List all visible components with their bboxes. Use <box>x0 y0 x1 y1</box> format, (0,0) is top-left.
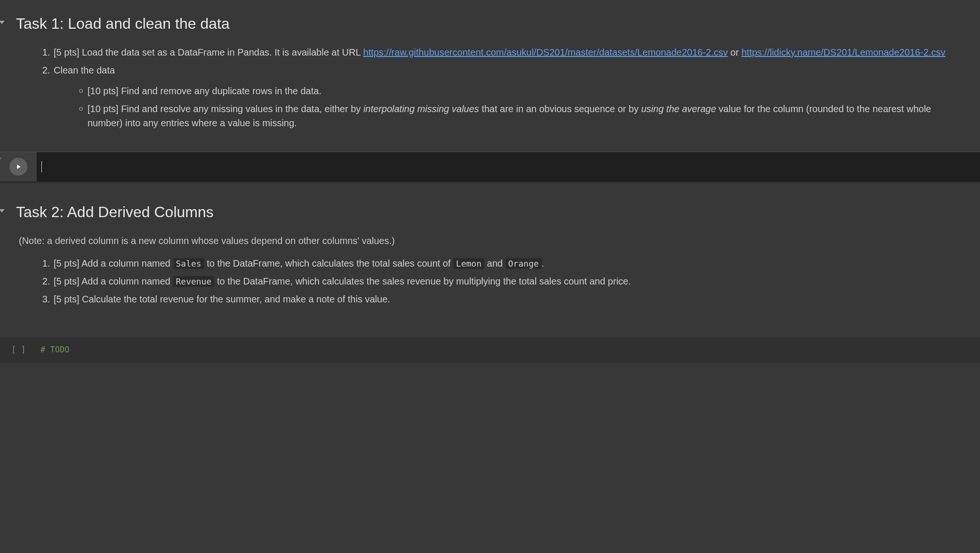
emphasis: interpolating missing values <box>363 104 479 114</box>
code-cell-idle[interactable]: [ ] # TODO <box>0 337 980 363</box>
text: [5 pts] Load the data set as a DataFrame… <box>54 47 363 57</box>
list-item: Clean the data [10 pts] Find and remove … <box>53 63 967 130</box>
text: Clean the data <box>54 65 115 75</box>
text-cursor <box>41 161 42 172</box>
collapse-caret-icon[interactable] <box>0 209 5 212</box>
text: [5 pts] Add a column named <box>54 276 173 286</box>
code-inline: Orange <box>506 258 542 269</box>
task1-sublist: [10 pts] Find and remove any duplicate r… <box>79 84 967 130</box>
list-item: [5 pts] Calculate the total revenue for … <box>53 292 967 306</box>
execution-count-prompt: [ ] <box>11 344 40 356</box>
markdown-cell-task2: Task 2: Add Derived Columns (Note: a der… <box>0 201 980 323</box>
list-item: [5 pts] Add a column named Sales to the … <box>53 256 967 270</box>
task2-list: [5 pts] Add a column named Sales to the … <box>40 256 967 306</box>
execution-status-icon: ✓ s <box>0 156 3 168</box>
text: [5 pts] Add a column named <box>54 258 173 268</box>
markdown-cell-task1: Task 1: Load and clean the data [5 pts] … <box>0 12 980 147</box>
task2-heading: Task 2: Add Derived Columns <box>16 201 967 223</box>
text: [10 pts] Find and remove any duplicate r… <box>88 86 321 96</box>
emphasis: using the average <box>641 104 716 114</box>
list-item: [10 pts] Find and resolve any missing va… <box>79 102 967 130</box>
run-button-gutter <box>0 152 37 181</box>
code-cell-active[interactable]: ✓ s <box>0 152 980 182</box>
checkmark-icon: ✓ <box>0 155 3 163</box>
collapse-caret-icon[interactable] <box>0 21 5 24</box>
text: and <box>484 258 505 268</box>
code-inline: Sales <box>173 258 204 269</box>
text: to the DataFrame, which calculates the t… <box>204 258 453 268</box>
list-item: [5 pts] Add a column named Revenue to th… <box>53 274 967 288</box>
text: or <box>731 47 741 57</box>
dataset-link-1[interactable]: https://raw.githubusercontent.com/asukul… <box>363 47 728 57</box>
list-item: [5 pts] Load the data set as a DataFrame… <box>53 45 967 59</box>
code-editor[interactable] <box>37 152 980 181</box>
text: . <box>542 258 545 268</box>
text: [5 pts] Calculate the total revenue for … <box>54 294 390 304</box>
task1-list: [5 pts] Load the data set as a DataFrame… <box>40 45 967 130</box>
list-item: [10 pts] Find and remove any duplicate r… <box>79 84 967 98</box>
task2-note: (Note: a derived column is a new column … <box>19 234 967 248</box>
code-content: # TODO <box>40 344 69 356</box>
dataset-link-2[interactable]: https://lidicky.name/DS201/Lemonade2016-… <box>741 47 945 57</box>
task1-heading: Task 1: Load and clean the data <box>16 12 967 35</box>
text: that are in an obvious sequence or by <box>479 104 642 114</box>
text: [10 pts] Find and resolve any missing va… <box>88 104 363 114</box>
seconds-label: s <box>0 163 3 168</box>
text: to the DataFrame, which calculates the s… <box>214 276 631 286</box>
code-inline: Revenue <box>173 276 215 287</box>
run-cell-button[interactable] <box>9 158 27 176</box>
code-inline: Lemon <box>453 258 484 269</box>
play-icon <box>15 163 22 171</box>
